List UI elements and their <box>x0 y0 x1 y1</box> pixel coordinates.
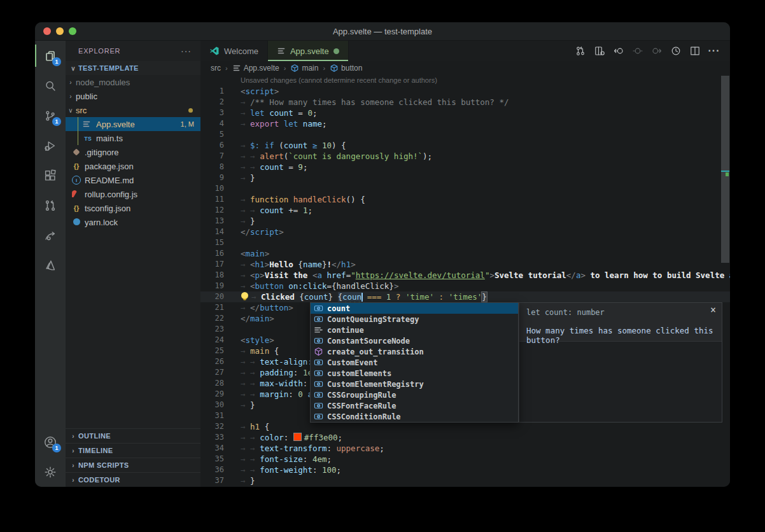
suggest-item-continue[interactable]: continue <box>311 325 518 335</box>
line-number: 9 <box>200 172 224 183</box>
tree-item-rollup-config-js[interactable]: rollup.config.js <box>66 187 200 201</box>
breadcrumb-button[interactable]: button <box>330 64 362 73</box>
code-line-35[interactable]: 35→ → font-size: 4em; <box>200 454 730 465</box>
sidebar-section-outline[interactable]: ›OUTLINE <box>66 428 200 443</box>
tree-item-node-modules[interactable]: ›node_modules <box>66 75 200 89</box>
activity-bar-item-source-control[interactable]: 1 <box>35 101 66 130</box>
suggest-item-cssfontfacerule[interactable]: CSSFontFaceRule <box>311 400 518 411</box>
tab-app-svelte[interactable]: App.svelte <box>268 41 349 61</box>
close-window-button[interactable] <box>43 27 51 35</box>
sidebar-section-npm-scripts[interactable]: ›NPM SCRIPTS <box>66 458 200 472</box>
code-line-33[interactable]: 33→ → color: #ff3e00; <box>200 432 730 443</box>
code-line-12[interactable]: 12→ → count += 1; <box>200 205 730 216</box>
tree-item-public[interactable]: ›public <box>66 89 200 103</box>
line-number: 31 <box>200 410 224 421</box>
split-editor-icon[interactable] <box>687 43 703 59</box>
tree-item-yarn-lock[interactable]: yarn.lock <box>66 215 200 229</box>
code-line-34[interactable]: 34→ → text-transform: uppercase; <box>200 443 730 454</box>
code-line-2[interactable]: 2→ /** How many times has someone clicke… <box>200 97 730 108</box>
breadcrumb-src[interactable]: src <box>211 64 221 73</box>
sidebar-section-timeline[interactable]: ›TIMELINE <box>66 443 200 458</box>
tree-item-package-json[interactable]: {}package.json <box>66 159 200 173</box>
editor-scrollbar[interactable] <box>721 76 729 263</box>
code-line-13[interactable]: 13→ } <box>200 216 730 227</box>
breadcrumb-main[interactable]: main <box>290 64 318 73</box>
project-section-header[interactable]: ∨ TEST-TEMPLATE <box>66 61 200 75</box>
tree-item-app-svelte[interactable]: App.svelte1, M <box>66 117 200 131</box>
code-line-15[interactable]: 15 <box>200 237 730 248</box>
code-line-37[interactable]: 37→ } <box>200 475 730 486</box>
code-line-3[interactable]: 3→ let count = 0; <box>200 108 730 118</box>
code-line-1[interactable]: 1<script> <box>200 86 730 97</box>
explorer-more-actions-button[interactable]: ··· <box>181 46 192 56</box>
code-line-11[interactable]: 11→ function handleClick() { <box>200 194 730 205</box>
git-compare-icon[interactable] <box>572 43 589 59</box>
activity-bar-item-azure[interactable] <box>35 250 66 280</box>
chevron-right-icon: › <box>68 433 78 440</box>
search-icon <box>43 79 57 93</box>
suggest-item-customelementregistry[interactable]: CustomElementRegistry <box>311 379 518 389</box>
suggest-item-cssconditionrule[interactable]: CSSConditionRule <box>311 411 518 422</box>
activity-bar-item-settings[interactable] <box>35 457 66 487</box>
code-line-14[interactable]: 14</script> <box>200 227 730 237</box>
file-name: tsconfig.json <box>85 204 130 213</box>
tree-item-src[interactable]: ∨src <box>66 103 200 117</box>
suggest-item-create_out_transition[interactable]: create_out_transition <box>311 346 518 357</box>
previous-change-icon[interactable] <box>610 43 627 59</box>
tree-item--gitignore[interactable]: .gitignore <box>66 145 200 159</box>
activity-bar-item-live-share[interactable] <box>35 220 66 250</box>
suggest-item-customevent[interactable]: CustomEvent <box>311 357 518 368</box>
code-line-17[interactable]: 17→ <h1>Hello {name}!</h1> <box>200 259 730 270</box>
code-line-8[interactable]: 8→ → count = 9; <box>200 162 730 172</box>
code-line-7[interactable]: 7→ → alert(`count is dangerously high!`)… <box>200 151 730 162</box>
activity-bar-item-github-pull-requests[interactable] <box>35 190 66 220</box>
code-line-5[interactable]: 5 <box>200 129 730 140</box>
line-number: 34 <box>200 443 224 454</box>
tab-welcome[interactable]: Welcome <box>200 41 268 61</box>
suggest-signature: let count: number <box>526 308 605 317</box>
code-editor[interactable]: Unsaved changes (cannot determine recent… <box>200 75 730 487</box>
activity-bar-item-run-debug[interactable] <box>35 130 66 160</box>
suggest-item-customelements[interactable]: customElements <box>311 368 518 379</box>
code-line-4[interactable]: 4→ export let name; <box>200 118 730 129</box>
current-change-icon[interactable] <box>629 43 646 59</box>
timeline-clock-icon[interactable] <box>668 43 684 59</box>
tree-item-main-ts[interactable]: TSmain.ts <box>66 131 200 145</box>
line-number: 37 <box>200 475 224 486</box>
suggest-item-constantsourcenode[interactable]: ConstantSourceNode <box>311 335 518 346</box>
code-line-16[interactable]: 16<main> <box>200 248 730 259</box>
code-line-19[interactable]: 19→ <button on:click={handleClick}> <box>200 281 730 291</box>
modified-dot <box>188 108 193 113</box>
activity-bar-item-explorer[interactable]: 1 <box>35 41 66 71</box>
code-line-36[interactable]: 36→ → font-weight: 100; <box>200 465 730 475</box>
code-line-32[interactable]: 32→ h1 { <box>200 421 730 432</box>
intellisense-suggest-widget: countCountQueuingStrategycontinueConstan… <box>310 302 519 423</box>
sidebar-section-codetour[interactable]: ›CODETOUR <box>66 472 200 487</box>
code-line-20[interactable]: 20→ Clicked {count} {coun === 1 ? 'time'… <box>200 291 730 302</box>
activity-bar-item-extensions[interactable] <box>35 160 66 190</box>
modified-dot-icon[interactable] <box>333 48 339 54</box>
code-line-10[interactable]: 10 <box>200 183 730 194</box>
suggest-item-cssgroupingrule[interactable]: CSSGroupingRule <box>311 389 518 400</box>
code-line-9[interactable]: 9→ } <box>200 172 730 183</box>
breadcrumb-app-svelte[interactable]: App.svelte <box>232 64 279 73</box>
line-number: 32 <box>200 421 224 432</box>
suggest-item-countqueuingstrategy[interactable]: CountQueuingStrategy <box>311 314 518 325</box>
activity-bar-item-search[interactable] <box>35 71 66 101</box>
more-actions-icon[interactable]: ··· <box>706 43 722 59</box>
line-number: 3 <box>200 108 224 118</box>
open-changes-icon[interactable] <box>591 43 608 59</box>
minimize-window-button[interactable] <box>56 27 64 35</box>
tree-item-readme-md[interactable]: iREADME.md <box>66 173 200 187</box>
zoom-window-button[interactable] <box>69 27 76 35</box>
file-tree: ›node_modules›public∨srcApp.svelte1, MTS… <box>66 75 200 428</box>
symbol-variable-icon <box>313 379 323 389</box>
next-change-icon[interactable] <box>649 43 665 59</box>
close-icon[interactable]: × <box>710 305 716 315</box>
tree-item-tsconfig-json[interactable]: {}tsconfig.json <box>66 201 200 215</box>
code-line-18[interactable]: 18→ <p>Visit the <a href="https://svelte… <box>200 270 730 281</box>
activity-bar-item-accounts[interactable]: 1 <box>35 427 66 457</box>
code-line-6[interactable]: 6→ $: if (count ≥ 10) { <box>200 140 730 151</box>
editor-group: WelcomeApp.svelte··· src›App.svelte›main… <box>200 41 730 487</box>
suggest-item-count[interactable]: count <box>311 303 518 314</box>
